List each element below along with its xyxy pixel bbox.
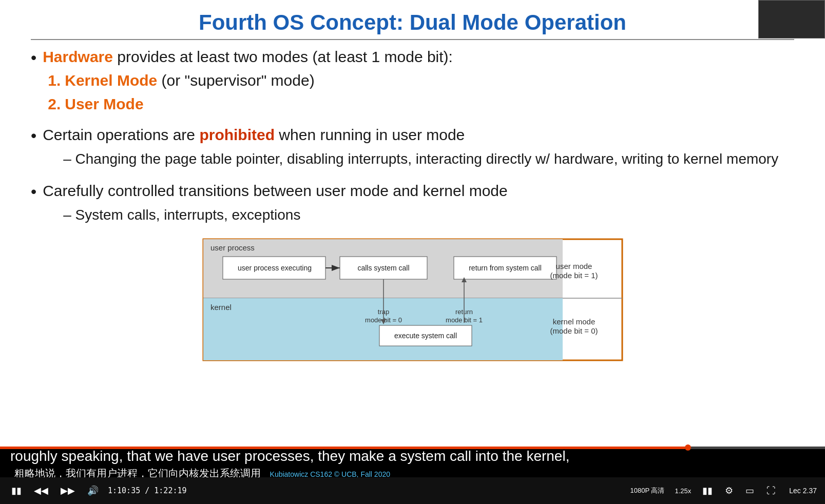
play-pause-button[interactable]: ▮▮ xyxy=(8,483,25,498)
current-time: 1:10:35 xyxy=(108,486,140,495)
video-controls: ▮▮ ◀◀ ▶▶ 🔊 1:10:35 / 1:22:19 1080P 高清 1.… xyxy=(0,477,825,504)
quality-button[interactable]: 1080P 高清 xyxy=(628,485,667,496)
prohibited-highlight: prohibited xyxy=(199,126,275,143)
volume-button[interactable]: 🔊 xyxy=(84,483,102,498)
bullet-2-after: when running in user mode xyxy=(275,126,465,143)
kernel-mode-side-label: kernel mode xyxy=(552,317,595,326)
channel-tag: Kubiatowicz CS162 © UCB, Fall 2020 xyxy=(270,470,390,477)
total-time: 1:22:19 xyxy=(154,486,186,495)
bullet-text-3: Carefully controlled transitions between… xyxy=(43,180,794,229)
slide-container: Fourth OS Concept: Dual Mode Operation •… xyxy=(0,0,825,447)
pip-button[interactable]: ▭ xyxy=(742,483,757,498)
fullscreen-button[interactable]: ⛶ xyxy=(763,483,779,498)
kernel-mode-desc: (or "supervisor" mode) xyxy=(157,72,314,89)
bullet-dot-3: • xyxy=(31,182,36,201)
bullet-text-2: Certain operations are prohibited when r… xyxy=(43,124,794,173)
sub-items-2: Changing the page table pointer, disabli… xyxy=(63,149,794,169)
user-mode-label: User Mode xyxy=(65,95,143,112)
kernel-mode-label: Kernel Mode xyxy=(65,72,157,89)
prev-button[interactable]: ◀◀ xyxy=(31,483,51,498)
hardware-highlight: Hardware xyxy=(43,48,113,65)
numbered-list: 1.Kernel Mode (or "supervisor" mode) 2.U… xyxy=(48,70,794,115)
box2-text: calls system call xyxy=(357,264,409,272)
speed-button[interactable]: 1.25x xyxy=(673,486,693,496)
time-display: 1:10:35 / 1:22:19 xyxy=(108,486,187,495)
subtitle-zh-text: 粗略地说，我们有用户进程，它们向内核发出系统调用 xyxy=(14,468,261,477)
num-1: 1. xyxy=(48,72,61,89)
box3-text: return from system call xyxy=(469,264,542,272)
kernel-area-label: kernel xyxy=(210,303,232,312)
diagram-wrapper: user process user process executing call… xyxy=(31,238,794,363)
subtitle-en: roughly speaking, that we have user proc… xyxy=(10,449,815,464)
subtitle-zh: 粗略地说，我们有用户进程，它们向内核发出系统调用 Kubiatowicz CS1… xyxy=(10,466,394,477)
video-bar: roughly speaking, that we have user proc… xyxy=(0,447,825,504)
numbered-item-2: 2.User Mode xyxy=(48,93,794,115)
subtitle-area: roughly speaking, that we have user proc… xyxy=(0,449,825,477)
camera-thumbnail xyxy=(758,0,825,38)
bullet-2-before: Certain operations are xyxy=(43,126,199,143)
diagram-full: user process user process executing call… xyxy=(202,238,623,363)
execute-box-text: execute system call xyxy=(394,332,456,340)
bullet-text-1: Hardware provides at least two modes (at… xyxy=(43,46,794,117)
lecture-tag: Lec 2.37 xyxy=(789,487,817,495)
settings-button[interactable]: ⚙ xyxy=(722,483,736,498)
sub-item-3-1: System calls, interrupts, exceptions xyxy=(63,205,794,225)
bullet-1: • Hardware provides at least two modes (… xyxy=(31,46,794,117)
diagram-svg: user process user process executing call… xyxy=(202,238,623,361)
bullet-1-after: provides at least two modes (at least 1 … xyxy=(113,48,453,65)
sub-item-2-1: Changing the page table pointer, disabli… xyxy=(63,149,794,169)
box1-text: user process executing xyxy=(238,264,312,272)
user-process-area-label: user process xyxy=(210,243,255,252)
user-mode-side-label: user mode xyxy=(555,262,592,270)
subtitle-wrapper: roughly speaking, that we have user proc… xyxy=(0,449,825,477)
bullet-3-text: Carefully controlled transitions between… xyxy=(43,182,508,199)
bullet-2: • Certain operations are prohibited when… xyxy=(31,124,794,173)
time-separator: / xyxy=(145,486,154,495)
captions-button[interactable]: ▮▮ xyxy=(699,483,716,498)
bullet-dot-1: • xyxy=(31,48,36,67)
user-mode-bit-label: (mode bit = 1) xyxy=(550,271,598,280)
num-2: 2. xyxy=(48,95,61,112)
slide-title: Fourth OS Concept: Dual Mode Operation xyxy=(31,10,794,40)
kernel-mode-bit-label: (mode bit = 0) xyxy=(550,326,598,335)
subtitle-en-text: roughly speaking, that we have user proc… xyxy=(10,449,569,464)
bullet-dot-2: • xyxy=(31,126,36,145)
bullet-3: • Carefully controlled transitions betwe… xyxy=(31,180,794,229)
next-button[interactable]: ▶▶ xyxy=(57,483,78,498)
content-area: • Hardware provides at least two modes (… xyxy=(31,46,794,363)
sub-items-3: System calls, interrupts, exceptions xyxy=(63,205,794,225)
numbered-item-1: 1.Kernel Mode (or "supervisor" mode) xyxy=(48,70,794,91)
